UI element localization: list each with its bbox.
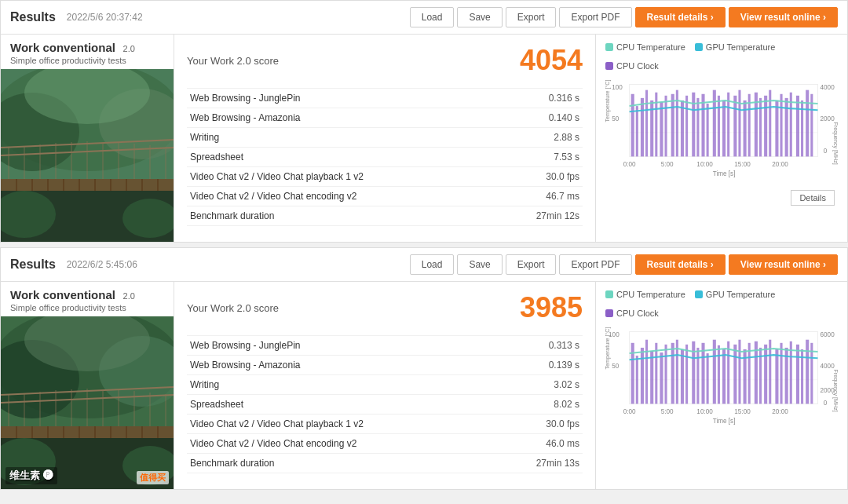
metric-label: Video Chat v2 / Video Chat playback 1 v2	[187, 415, 497, 434]
result-left-2: Work conventional 2.0 Simple office prod…	[1, 282, 174, 489]
view-online-button-1[interactable]: View result online ›	[729, 7, 838, 27]
section-info-1: Work conventional 2.0 Simple office prod…	[1, 35, 174, 69]
table-row: Video Chat v2 / Video Chat encoding v246…	[187, 187, 583, 206]
svg-rect-132	[665, 345, 667, 404]
svg-rect-40	[631, 94, 634, 157]
svg-rect-51	[685, 96, 688, 157]
svg-rect-140	[707, 353, 709, 404]
chart-container-2: 100 50 6000 4000 2000 0	[605, 323, 838, 456]
result-body-2: Work conventional 2.0 Simple office prod…	[1, 282, 847, 489]
section-sub-2: Simple office productivity tests	[10, 303, 126, 312]
metric-label: Benchmark duration	[187, 454, 497, 473]
svg-rect-43	[645, 90, 648, 157]
svg-text:50: 50	[612, 363, 620, 370]
export-pdf-button-1[interactable]: Export PDF	[559, 7, 631, 27]
metric-label: Video Chat v2 / Video Chat encoding v2	[187, 434, 497, 454]
svg-rect-127	[641, 348, 644, 404]
svg-rect-66	[764, 96, 767, 157]
metric-label: Writing	[187, 375, 497, 395]
save-button-2[interactable]: Save	[457, 254, 502, 275]
result-details-button-2[interactable]: Result details ›	[635, 254, 726, 275]
svg-rect-146	[738, 340, 740, 404]
svg-text:6000: 6000	[821, 331, 835, 338]
metric-value: 0.139 s	[497, 356, 583, 375]
svg-rect-159	[806, 340, 809, 404]
cpu-clock-label-1: CPU Clock	[616, 61, 659, 71]
cpu-clock-label-2: CPU Clock	[616, 309, 659, 318]
svg-rect-69	[780, 94, 783, 157]
cpu-clock-dot-2	[605, 309, 613, 317]
svg-rect-133	[671, 343, 674, 404]
svg-rect-128	[645, 340, 648, 404]
chart-legend-2: CPU Temperature GPU Temperature CPU Cloc…	[605, 290, 838, 318]
svg-text:Frequency [MHz]: Frequency [MHz]	[832, 122, 838, 164]
svg-rect-56	[713, 90, 716, 157]
results-title-1: Results	[10, 10, 56, 24]
save-button-1[interactable]: Save	[457, 7, 502, 27]
svg-text:10:00: 10:00	[696, 408, 713, 415]
svg-text:20:00: 20:00	[772, 408, 788, 415]
metric-value: 0.316 s	[497, 89, 583, 108]
svg-rect-153	[775, 349, 778, 404]
metric-label: Benchmark duration	[187, 206, 497, 226]
score-header-2: Your Work 2.0 score 3985	[187, 291, 583, 324]
result-block-2: Results 2022/6/2 5:45:06 Load Save Expor…	[0, 247, 848, 490]
score-value-1: 4054	[520, 44, 583, 77]
svg-rect-58	[722, 100, 726, 156]
site-tag: 值得买	[137, 471, 169, 484]
cpu-temp-dot-1	[605, 43, 613, 51]
svg-text:100: 100	[612, 84, 623, 91]
export-button-2[interactable]: Export	[506, 254, 557, 275]
action-buttons-2: Load Save Export Export PDF Result detai…	[410, 254, 838, 275]
svg-text:Time [s]: Time [s]	[713, 170, 736, 177]
score-header-1: Your Work 2.0 score 4054	[187, 44, 583, 77]
section-info-2: Work conventional 2.0 Simple office prod…	[1, 282, 174, 316]
table-row: Benchmark duration27min 12s	[187, 206, 583, 226]
svg-rect-145	[733, 345, 737, 404]
svg-rect-52	[692, 93, 695, 157]
table-row: Spreadsheet8.02 s	[187, 395, 583, 415]
view-online-button-2[interactable]: View result online ›	[729, 254, 838, 275]
export-button-1[interactable]: Export	[506, 7, 557, 27]
metric-value: 27min 12s	[497, 206, 583, 226]
svg-rect-126	[636, 356, 638, 404]
svg-rect-129	[650, 351, 653, 404]
result-header-2: Results 2022/6/2 5:45:06 Load Save Expor…	[1, 248, 847, 282]
export-pdf-button-2[interactable]: Export PDF	[559, 254, 631, 275]
svg-rect-47	[665, 96, 667, 157]
svg-text:5:00: 5:00	[661, 161, 674, 168]
chart-svg-1: 100 50 4000 2000 0	[605, 75, 838, 209]
result-details-button-1[interactable]: Result details ›	[635, 7, 726, 27]
svg-rect-154	[780, 343, 783, 404]
svg-rect-55	[707, 104, 709, 156]
svg-rect-130	[655, 343, 657, 404]
cpu-temp-label-1: CPU Temperature	[616, 42, 685, 52]
legend-gpu-temp-2: GPU Temperature	[695, 290, 775, 299]
score-value-2: 3985	[520, 291, 583, 324]
table-row: Video Chat v2 / Video Chat playback 1 v2…	[187, 167, 583, 187]
bridge-svg-1	[1, 69, 174, 242]
svg-text:4000: 4000	[821, 84, 835, 91]
metric-label: Web Browsing - Amazonia	[187, 356, 497, 375]
svg-rect-74	[806, 90, 809, 157]
legend-cpu-temp-1: CPU Temperature	[605, 42, 685, 52]
svg-rect-42	[641, 98, 644, 157]
gpu-temp-dot-1	[695, 43, 703, 51]
metric-value: 30.0 fps	[497, 167, 583, 187]
svg-rect-148	[748, 343, 751, 404]
legend-gpu-temp-1: GPU Temperature	[695, 42, 775, 52]
svg-text:5:00: 5:00	[661, 408, 674, 415]
load-button-2[interactable]: Load	[410, 254, 455, 275]
details-button-1[interactable]: Details	[791, 190, 835, 206]
svg-text:20:00: 20:00	[772, 161, 788, 168]
chart-legend-1: CPU Temperature GPU Temperature CPU Cloc…	[605, 42, 838, 71]
chart-svg-2: 100 50 6000 4000 2000 0	[605, 323, 838, 456]
metric-label: Web Browsing - JunglePin	[187, 89, 497, 108]
gpu-temp-label-2: GPU Temperature	[706, 290, 775, 299]
result-middle-1: Your Work 2.0 score 4054 Web Browsing - …	[174, 35, 596, 242]
table-row: Web Browsing - JunglePin0.313 s	[187, 336, 583, 356]
svg-rect-59	[727, 93, 729, 157]
metric-label: Writing	[187, 128, 497, 148]
load-button-1[interactable]: Load	[410, 7, 455, 27]
metric-value: 46.7 ms	[497, 187, 583, 206]
